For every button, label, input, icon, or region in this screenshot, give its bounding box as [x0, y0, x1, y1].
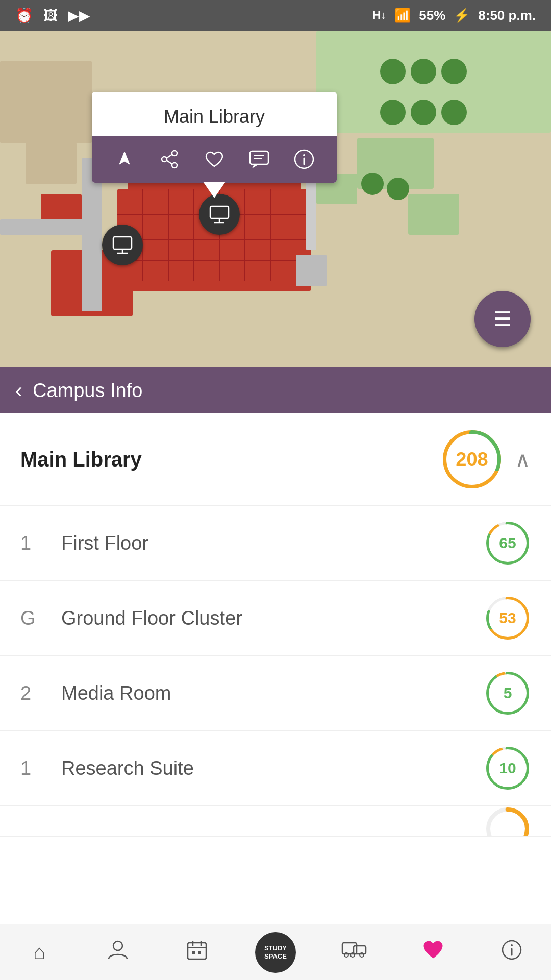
favorite-button[interactable] [200, 145, 229, 174]
room-name-ground: Ground Floor Cluster [51, 607, 485, 629]
pc-icon-1[interactable] [102, 225, 143, 265]
directions-button[interactable] [110, 145, 139, 174]
main-badge-inner: 208 [446, 434, 497, 485]
svg-rect-47 [210, 206, 229, 218]
room-row-ground[interactable]: G Ground Floor Cluster 53 [0, 581, 551, 656]
nav-studyspace[interactable]: STUDYSPACE [236, 924, 315, 980]
info-nav-icon [500, 939, 523, 966]
badge-ground: 53 [485, 595, 531, 641]
campus-info-title: Campus Info [33, 380, 142, 402]
back-arrow-icon[interactable]: ‹ [15, 378, 22, 403]
svg-point-22 [380, 59, 406, 84]
library-name: Main Library [20, 448, 142, 471]
person-icon [107, 939, 129, 966]
badge-inner-ground: 53 [489, 599, 527, 637]
room-row-research[interactable]: 1 Research Suite 10 [0, 731, 551, 806]
studyspace-icon[interactable]: STUDYSPACE [255, 932, 296, 973]
floor-label-2: 2 [20, 682, 51, 704]
fab-menu-button[interactable]: ☰ [474, 291, 531, 347]
svg-rect-5 [0, 61, 92, 143]
svg-point-23 [411, 59, 436, 84]
badge-inner-research: 10 [489, 749, 527, 787]
badge-number-ground: 53 [499, 609, 516, 627]
svg-rect-3 [408, 194, 459, 235]
room-name-first-floor: First Floor [51, 532, 485, 554]
room-row-media[interactable]: 2 Media Room 5 [0, 656, 551, 731]
status-icons-left: ⏰ 🖼 ▶▶ [15, 7, 90, 24]
status-bar: ⏰ 🖼 ▶▶ H↓ 📶 55% ⚡ 8:50 p.m. [0, 0, 551, 31]
svg-rect-6 [26, 143, 77, 184]
svg-line-36 [166, 160, 172, 164]
svg-point-34 [172, 163, 177, 168]
home-icon: ⌂ [33, 941, 45, 964]
nav-calendar[interactable] [158, 924, 236, 980]
room-name-research: Research Suite [51, 757, 485, 779]
popup-arrow [203, 182, 226, 198]
nav-home[interactable]: ⌂ [0, 924, 79, 980]
room-row-extra[interactable] [0, 806, 551, 837]
comment-button[interactable] [245, 145, 273, 174]
bus-icon [341, 939, 367, 966]
svg-point-27 [441, 100, 467, 125]
svg-rect-71 [192, 951, 195, 954]
campus-info-header[interactable]: ‹ Campus Info [0, 368, 551, 413]
room-name-media: Media Room [51, 682, 485, 704]
floor-label-g: G [20, 607, 51, 629]
map-popup: Main Library [92, 92, 337, 183]
badge-first-floor: 65 [485, 520, 531, 566]
svg-point-80 [511, 944, 513, 946]
pc-icon-2[interactable] [199, 194, 240, 235]
time-label: 8:50 p.m. [478, 8, 536, 23]
main-count-badge: 208 [441, 429, 503, 490]
map-svg [0, 31, 551, 368]
heart-icon [422, 939, 444, 966]
alarm-icon: ⏰ [15, 7, 33, 24]
bottom-nav: ⌂ STUDYSPACE [0, 924, 551, 980]
svg-line-35 [166, 154, 172, 158]
nav-bus[interactable] [315, 924, 393, 980]
nav-person[interactable] [79, 924, 157, 980]
svg-point-32 [172, 151, 177, 156]
svg-point-28 [361, 173, 384, 195]
badge-research: 10 [485, 745, 531, 791]
badge-extra [485, 806, 531, 837]
nav-heart[interactable] [393, 924, 472, 980]
badge-number-research: 10 [499, 760, 516, 777]
room-row-first-floor[interactable]: 1 First Floor 65 [0, 506, 551, 581]
share-button[interactable] [155, 145, 184, 174]
svg-point-33 [162, 157, 167, 162]
svg-rect-44 [113, 237, 132, 249]
battery-icon: ⚡ [454, 8, 470, 23]
svg-rect-31 [296, 255, 327, 286]
status-right: H↓ 📶 55% ⚡ 8:50 p.m. [372, 8, 536, 23]
popup-actions [92, 136, 337, 183]
svg-point-43 [303, 154, 305, 156]
svg-point-25 [380, 100, 406, 125]
chevron-up-icon[interactable]: ∧ [515, 447, 531, 472]
calendar-icon [186, 939, 208, 966]
main-badge-number: 208 [456, 449, 488, 471]
battery-label: 55% [419, 8, 445, 23]
svg-rect-67 [188, 943, 206, 959]
svg-point-29 [387, 178, 409, 200]
svg-point-26 [411, 100, 436, 125]
map-area[interactable]: Main Library [0, 31, 551, 368]
info-button[interactable] [290, 145, 318, 174]
badge-number-media: 5 [504, 684, 512, 702]
floor-label-1b: 1 [20, 757, 51, 779]
svg-rect-74 [354, 946, 366, 954]
media-icon: ▶▶ [68, 7, 90, 24]
nav-info[interactable] [472, 924, 551, 980]
popup-title: Main Library [92, 92, 337, 136]
badge-media: 5 [485, 670, 531, 716]
signal-icon: 📶 [394, 8, 411, 23]
image-icon: 🖼 [43, 7, 58, 24]
library-section: Main Library 208 ∧ 1 First Floor [0, 413, 551, 837]
svg-point-66 [113, 941, 122, 950]
library-header[interactable]: Main Library 208 ∧ [0, 413, 551, 506]
hamburger-icon: ☰ [493, 309, 512, 329]
badge-inner-media: 5 [489, 674, 527, 712]
svg-rect-21 [0, 219, 102, 235]
svg-rect-73 [342, 943, 357, 954]
svg-rect-72 [198, 951, 201, 954]
